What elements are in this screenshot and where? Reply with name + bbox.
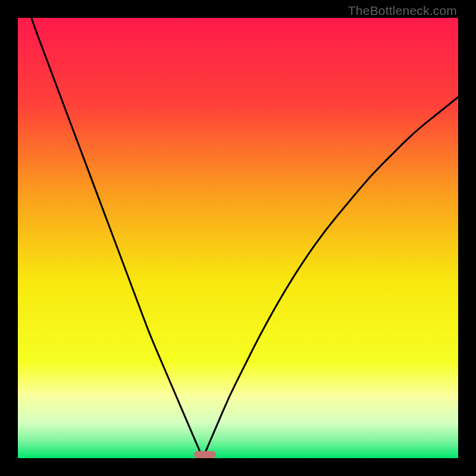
optimal-marker <box>194 451 216 458</box>
watermark-text: TheBottleneck.com <box>348 4 457 18</box>
chart-frame: TheBottleneck.com <box>0 0 476 476</box>
plot-area <box>18 18 458 458</box>
bottleneck-curve <box>18 18 458 458</box>
